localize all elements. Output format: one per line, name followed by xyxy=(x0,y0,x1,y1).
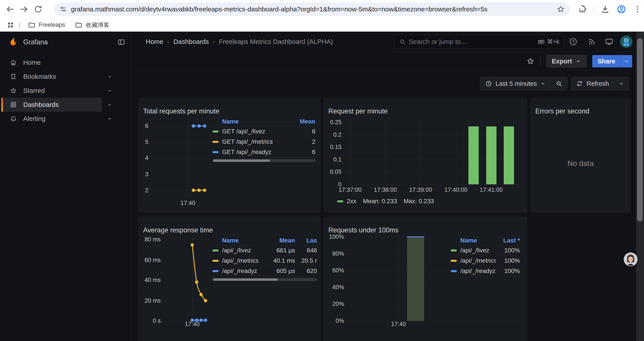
svg-text:?: ? xyxy=(572,40,574,44)
news-button[interactable] xyxy=(587,37,596,46)
dashboards-grid-icon xyxy=(10,101,17,108)
display-button[interactable] xyxy=(605,37,614,46)
back-button[interactable] xyxy=(3,2,17,16)
legend-row[interactable]: /api/_/metrics40.1 ms20.5 r xyxy=(212,256,317,266)
x-axis-tick: 17:38:00 xyxy=(366,186,405,193)
help-icon: ? xyxy=(569,37,578,46)
series-label: /api/_/readyz xyxy=(460,267,496,274)
user-avatar[interactable] xyxy=(620,36,632,48)
legend: NameMeanLas/api/_/livez661 µs646/api/_/m… xyxy=(212,236,317,281)
bar-2xx xyxy=(486,126,496,184)
series-color-swatch xyxy=(212,260,218,262)
legend-row[interactable]: /api/_/metrics100% xyxy=(451,256,520,266)
legend-value: 100% xyxy=(496,257,520,264)
sidebar-link-bookmarks[interactable]: Bookmarks xyxy=(1,70,102,84)
gridline xyxy=(456,121,456,185)
legend-series-name[interactable]: /api/_/readyz xyxy=(212,267,269,274)
panel-errors-per-second: Errors per second No data xyxy=(531,98,630,212)
favorite-dashboard-button[interactable] xyxy=(526,57,534,65)
grafana-logo[interactable] xyxy=(8,37,18,47)
search-input[interactable]: Search or jump to... ⌘+k xyxy=(394,35,564,49)
legend-header-cell[interactable]: Name xyxy=(212,118,291,125)
legend-series-name[interactable]: /api/_/metrics xyxy=(451,257,496,264)
sidebar-link-alerting[interactable]: Alerting xyxy=(1,112,102,126)
bar-chart: 100%80%60%40%20%0%17:40NameLast */api/_/… xyxy=(324,217,527,341)
y-axis-tick: 60% xyxy=(324,267,344,274)
legend-row[interactable]: /api/_/livez100% xyxy=(451,245,520,256)
reload-button[interactable] xyxy=(31,2,45,16)
legend-row[interactable]: GET /api/_/readyz6 xyxy=(212,147,316,157)
legend-series-name[interactable]: GET /api/_/readyz xyxy=(212,149,291,156)
legend-series-name[interactable]: GET /api/_/livez xyxy=(212,128,291,135)
chevron-down-icon xyxy=(107,102,112,108)
legend-series-name[interactable]: /api/_/livez xyxy=(451,247,496,254)
expand-dashboards-button[interactable] xyxy=(102,102,118,108)
bookmark-folder-blogs[interactable]: 收藏博客 xyxy=(75,21,110,29)
legend-scrollbar-thumb[interactable] xyxy=(213,278,278,281)
expand-alerting-button[interactable] xyxy=(102,116,118,122)
y-axis-tick: 40% xyxy=(324,284,344,291)
legend-series-name[interactable]: /api/_/metrics xyxy=(212,257,269,264)
bookmarks-bar: Freeleaps 收藏博客 xyxy=(0,19,644,32)
legend-scrollbar[interactable] xyxy=(212,159,316,162)
legend-header-cell[interactable]: Mean xyxy=(291,118,316,125)
zoom-out-button[interactable] xyxy=(550,77,567,90)
extensions-button[interactable] xyxy=(578,5,587,14)
legend-series-name[interactable]: 2xx xyxy=(337,198,356,205)
bar-2xx xyxy=(504,126,514,184)
page-scrollbar[interactable] xyxy=(636,32,644,341)
refresh-interval-dropdown[interactable] xyxy=(614,77,629,90)
profile-button[interactable] xyxy=(616,4,626,14)
legend-scrollbar-thumb[interactable] xyxy=(213,160,270,162)
legend-header-cell[interactable]: Last * xyxy=(496,237,520,244)
share-options-button[interactable] xyxy=(620,55,632,67)
forward-button[interactable] xyxy=(17,2,31,16)
bar-chart: 0.250.20.150.10.05017:37:0017:38:0017:39… xyxy=(324,98,527,212)
sidebar-link-starred[interactable]: Starred xyxy=(1,84,102,98)
legend-header-cell[interactable]: Las xyxy=(295,237,317,244)
scrollbar-thumb[interactable] xyxy=(637,38,643,221)
legend-header-cell[interactable]: Name xyxy=(451,237,496,244)
breadcrumb-home[interactable]: Home xyxy=(146,38,163,46)
avatar-image xyxy=(620,36,632,48)
zoom-out-icon xyxy=(556,80,562,87)
legend-header-cell[interactable]: Name xyxy=(212,237,269,244)
actions-divider xyxy=(540,57,541,66)
sidebar-item-label: Starred xyxy=(23,87,45,94)
legend-series-name[interactable]: GET /api/_/metrics xyxy=(212,138,291,145)
legend-series-name[interactable]: /api/_/livez xyxy=(212,247,269,254)
refresh-button[interactable]: Refresh xyxy=(571,77,614,90)
site-settings-icon[interactable] xyxy=(59,5,67,13)
series-color-swatch xyxy=(212,141,218,143)
legend-row[interactable]: /api/_/livez661 µs646 xyxy=(212,245,317,256)
downloads-button[interactable] xyxy=(600,5,610,14)
legend-row[interactable]: GET /api/_/metrics2 xyxy=(212,137,316,147)
bookmark-star-icon[interactable] xyxy=(556,5,565,14)
legend-series-name[interactable]: /api/_/readyz xyxy=(451,267,496,274)
panel-average-response-time: Average response time 80 ms60 ms40 ms20 … xyxy=(138,217,320,341)
gridline xyxy=(385,121,386,185)
apps-grid-icon[interactable] xyxy=(6,21,14,29)
url-bar[interactable]: grafana.mathmast.com/d/deytv4rwavabkb/fr… xyxy=(54,3,570,16)
browser-menu-button[interactable] xyxy=(633,5,642,14)
expand-bookmarks-button[interactable] xyxy=(102,74,118,80)
y-axis-tick: 0.25 xyxy=(324,119,342,126)
floating-assistant-avatar[interactable] xyxy=(624,252,638,266)
help-button[interactable]: ? xyxy=(569,37,578,46)
legend-row[interactable]: /api/_/readyz605 µs620 xyxy=(212,266,317,276)
breadcrumb-dashboards[interactable]: Dashboards xyxy=(174,38,209,46)
panel-title[interactable]: Errors per second xyxy=(535,107,589,115)
legend-row[interactable]: GET /api/_/livez6 xyxy=(212,126,316,137)
expand-starred-button[interactable] xyxy=(102,88,118,94)
time-range-picker[interactable]: Last 5 minutes xyxy=(480,77,550,90)
collapse-sidebar-button[interactable] xyxy=(117,38,126,46)
share-button[interactable]: Share xyxy=(592,55,620,67)
sidebar-link-home[interactable]: Home xyxy=(1,56,102,70)
bookmark-folder-freeleaps[interactable]: Freeleaps xyxy=(28,21,65,29)
export-button[interactable]: Export xyxy=(546,55,587,67)
legend-scrollbar[interactable] xyxy=(212,278,317,281)
legend-header-cell[interactable]: Mean xyxy=(269,237,295,244)
legend-row[interactable]: /api/_/readyz100% xyxy=(451,266,520,276)
sidebar-link-dashboards[interactable]: Dashboards xyxy=(1,98,102,112)
x-axis-tick: 17:41:00 xyxy=(472,186,511,193)
